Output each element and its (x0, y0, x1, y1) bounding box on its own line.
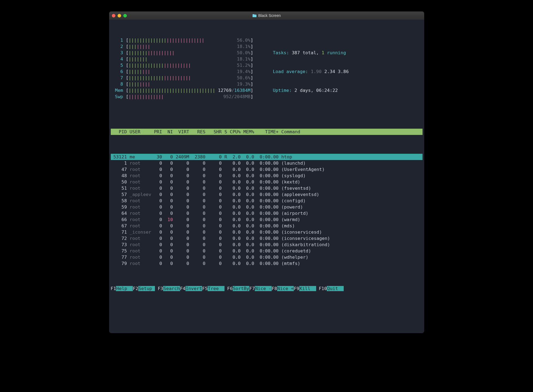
window-title: Black Screen (109, 13, 424, 18)
fkey-f9[interactable]: F9Kill (294, 285, 316, 292)
process-row[interactable]: 67root000000.00.00:00.00(mds) (111, 223, 423, 229)
process-list[interactable]: 53121me3002409M23800R2.00.00:00.00htop1r… (111, 154, 423, 267)
fkey-bar: F1Help F2Setup F3SearchF4InvertF5Tree F6… (111, 285, 423, 292)
fkey-f2[interactable]: F2Setup (133, 285, 155, 292)
cpu-meter-1: 1[|||||||||||||||||||||||||||| 56.0%] (114, 37, 253, 43)
fkey-f4[interactable]: F4Invert (180, 285, 202, 292)
col-user[interactable]: USER (127, 129, 151, 135)
fkey-f8[interactable]: F8Nice + (272, 285, 294, 292)
cpu-meters: 1[|||||||||||||||||||||||||||| 56.0%]2[|… (111, 37, 253, 106)
process-row[interactable]: 53121me3002409M23800R2.00.00:00.00htop (111, 154, 423, 160)
cpu-meter-8: 8[|||||||| 19.3%] (114, 81, 253, 87)
process-row[interactable]: 51root000000.00.00:00.00(fseventsd) (111, 185, 423, 191)
process-row[interactable]: 71_iconser000000.00.00:00.00(iconservice… (111, 229, 423, 235)
process-row[interactable]: 48root000000.00.00:00.00(syslogd) (111, 173, 423, 179)
process-row[interactable]: 79root000000.00.00:00.00(mtmfs) (111, 260, 423, 267)
process-row[interactable]: 1root000000.00.00:00.00(launchd) (111, 160, 423, 166)
cpu-meter-4: 4[||||||| 18.1%] (114, 56, 253, 62)
tasks-line: Tasks: 387 total, 1 running (273, 50, 349, 56)
fkey-f5[interactable]: F5Tree (202, 285, 224, 292)
process-row[interactable]: 73root000000.00.00:00.00(diskarbitration… (111, 242, 423, 248)
process-row[interactable]: 47root000000.00.00:00.00(UserEventAgent) (111, 166, 423, 173)
col-pid[interactable]: PID (111, 129, 127, 135)
titlebar[interactable]: Black Screen (109, 11, 424, 20)
cpu-meter-3: 3[||||||||||||||||| 50.0%] (114, 50, 253, 56)
col-pri[interactable]: PRI (151, 129, 162, 135)
process-row[interactable]: 59root000000.00.00:00.00(powerd) (111, 204, 423, 210)
process-row[interactable]: 75root000000.00.00:00.00(coreduetd) (111, 248, 423, 254)
cpu-meter-6: 6[|||||||| 19.4%] (114, 68, 253, 75)
swap-meter: Swp[||||||||||||| 952/2048MB] (114, 94, 253, 100)
uptime-line: Uptime: 2 days, 06:24:22 (273, 87, 349, 94)
process-row[interactable]: 58root000000.00.00:00.00(configd) (111, 198, 423, 204)
col-time[interactable]: TIME+ (254, 129, 279, 135)
col-virt[interactable]: VIRT (173, 129, 189, 135)
mem-meter: Mem[|||||||||||||||||||||||||||||||| 127… (114, 87, 253, 94)
process-row[interactable]: 66root0100000.00.00:00.00(warmd) (111, 216, 423, 223)
col-ni[interactable]: NI (162, 129, 173, 135)
cpu-meter-7: 7[||||||||||||||||||||||| 50.6%] (114, 75, 253, 81)
col-res[interactable]: RES (189, 129, 206, 135)
fkey-f1[interactable]: F1Help (111, 285, 133, 292)
process-row[interactable]: 72root000000.00.00:00.00(iconservicesage… (111, 235, 423, 242)
terminal-body[interactable]: 1[|||||||||||||||||||||||||||| 56.0%]2[|… (109, 20, 424, 333)
col-shr[interactable]: SHR (205, 129, 222, 135)
process-header[interactable]: PID USER PRI NI VIRT RES SHR S CPU% MEM%… (111, 129, 423, 135)
fkey-f6[interactable]: F6SortBy (227, 285, 249, 292)
cpu-meter-2: 2[|||||||| 18.1%] (114, 43, 253, 50)
folder-icon (252, 14, 257, 17)
process-row[interactable]: 57_appleev000000.00.00:00.00(appleevents… (111, 191, 423, 198)
process-row[interactable]: 77root000000.00.00:00.00(wdhelper) (111, 254, 423, 260)
fkey-f7[interactable]: F7Nice - (249, 285, 271, 292)
fkey-f3[interactable]: F3Search (158, 285, 180, 292)
process-row[interactable]: 50root000000.00.00:00.00(kextd) (111, 179, 423, 185)
col-s[interactable]: S (222, 129, 227, 135)
cpu-meter-5: 5[||||||||||||||||||||||| 51.2%] (114, 62, 253, 68)
summary-panel: Tasks: 387 total, 1 running Load average… (270, 37, 349, 106)
terminal-window: Black Screen 1[|||||||||||||||||||||||||… (109, 11, 424, 333)
process-row[interactable]: 64root000000.00.00:00.00(airportd) (111, 210, 423, 216)
col-cpu[interactable]: CPU% (227, 129, 241, 135)
fkey-f10[interactable]: F10Quit (319, 285, 344, 292)
col-mem[interactable]: MEM% (241, 129, 254, 135)
col-cmd[interactable]: Command (279, 129, 301, 135)
load-line: Load average: 1.90 2.34 3.86 (273, 68, 349, 75)
